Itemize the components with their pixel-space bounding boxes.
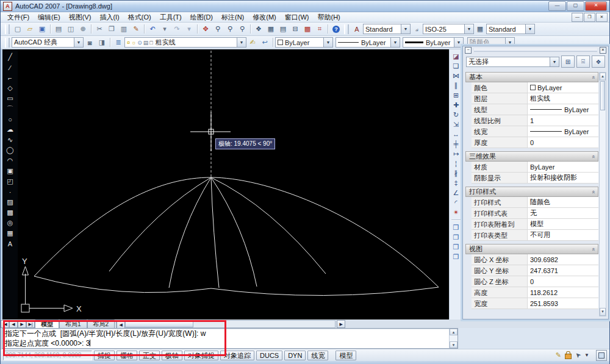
mdi-close-button[interactable]: ✕ xyxy=(596,13,608,22)
undo-dropdown-button[interactable]: ▾ xyxy=(159,23,171,35)
gradient-button[interactable]: ▩ xyxy=(4,207,16,218)
scale-button[interactable]: ⇲ xyxy=(450,120,462,129)
array-button[interactable]: ⊞ xyxy=(450,90,462,100)
redo-dropdown-button[interactable]: ▾ xyxy=(183,23,195,35)
trim-button[interactable]: ╪ xyxy=(450,139,462,149)
property-value[interactable]: 251.8593 xyxy=(528,298,598,309)
lineweight-combo[interactable]: ByLayer ▼ xyxy=(403,37,464,48)
make-block-button[interactable]: ◰ xyxy=(4,176,16,187)
layer-manager-button[interactable]: ≣ xyxy=(112,37,124,48)
construction-line-button[interactable]: ∕ xyxy=(4,62,16,73)
rectangle-button[interactable]: ▭ xyxy=(4,93,16,104)
stretch-button[interactable]: ↔ xyxy=(450,129,462,139)
collapse-chevron-icon[interactable]: « xyxy=(590,155,596,158)
select-objects-button[interactable]: ⍃ xyxy=(576,55,590,68)
text-style-combo[interactable]: Standard ▼ xyxy=(363,24,411,34)
polygon-button[interactable]: ◇ xyxy=(4,83,16,93)
properties-palette-button[interactable]: ❖ xyxy=(253,23,265,35)
menu-item[interactable]: 标注(N) xyxy=(217,12,248,23)
close-button[interactable]: ✕ xyxy=(585,1,607,11)
chevron-down-icon[interactable]: ▼ xyxy=(390,38,400,47)
layer-combo[interactable]: ¤☼⊙▤□ 粗实线 ▼ xyxy=(124,37,246,48)
lock-icon[interactable] xyxy=(565,354,572,359)
minimize-button[interactable]: — xyxy=(548,1,566,11)
chevron-down-icon[interactable]: ▼ xyxy=(525,24,534,34)
menu-item[interactable]: 窗口(W) xyxy=(281,12,314,23)
mirror-button[interactable]: ⋈ xyxy=(450,71,462,80)
property-value[interactable]: 247.6371 xyxy=(528,265,598,276)
layer-previous-button[interactable]: ↩ xyxy=(259,37,271,48)
chevron-down-icon[interactable]: ▼ xyxy=(550,57,559,66)
color-combo[interactable]: ByLayer ▼ xyxy=(275,37,333,48)
ellipse-button[interactable]: ◯ xyxy=(4,145,16,155)
plot-preview-button[interactable]: ◫ xyxy=(65,23,77,35)
toolbar-grip[interactable] xyxy=(5,24,10,34)
new-button[interactable]: ▢ xyxy=(12,23,24,35)
property-value[interactable]: ByLayer xyxy=(528,82,598,93)
plot-button[interactable]: ▤ xyxy=(52,23,65,35)
property-value[interactable]: 1 xyxy=(528,115,598,126)
ellipse-arc-button[interactable]: ◠ xyxy=(4,155,16,166)
rotate-button[interactable]: ↻ xyxy=(450,110,462,120)
line-button[interactable]: ╱ xyxy=(4,52,16,62)
open-button[interactable]: ▱ xyxy=(24,23,36,35)
menu-item[interactable]: 编辑(E) xyxy=(34,12,65,23)
menu-item[interactable]: 格式(O) xyxy=(124,12,156,23)
bring-to-front-button[interactable]: ❒ xyxy=(450,223,462,232)
fillet-button[interactable]: ◜ xyxy=(450,198,462,207)
scroll-up-icon[interactable]: ▲ xyxy=(450,329,458,335)
break-at-point-button[interactable]: ¦ xyxy=(450,159,462,168)
publish-button[interactable]: ⊕ xyxy=(77,23,89,35)
selection-combo[interactable]: 无选择 ▼ xyxy=(466,57,559,67)
menu-item[interactable]: 视图(V) xyxy=(65,12,96,23)
palette-section-header[interactable]: 视图« xyxy=(465,244,598,254)
collapse-chevron-icon[interactable]: « xyxy=(590,76,596,79)
cursor-arrow-icon[interactable]: ➤ xyxy=(573,351,583,360)
match-properties-button[interactable]: ✎ xyxy=(130,23,142,35)
mdi-minimize-button[interactable]: — xyxy=(572,13,583,22)
arc-button[interactable]: ⌒ xyxy=(4,104,16,114)
redo-button[interactable]: ↷ xyxy=(171,23,183,35)
property-value[interactable]: 模型 xyxy=(528,219,598,229)
toggle-pickadd-button[interactable]: ⊞ xyxy=(561,55,575,68)
chevron-down-icon[interactable]: ▼ xyxy=(323,38,332,47)
bring-above-objects-button[interactable]: ❒ xyxy=(450,242,462,252)
hatch-button[interactable]: ▨ xyxy=(4,197,16,207)
pan-button[interactable]: ✥ xyxy=(199,23,212,35)
toolbar-grip[interactable] xyxy=(344,24,349,34)
chamfer-button[interactable]: ∠ xyxy=(450,188,462,198)
chevron-down-icon[interactable]: ▼ xyxy=(454,38,463,47)
region-button[interactable]: ◎ xyxy=(4,218,16,228)
copy-button[interactable]: ❏ xyxy=(450,61,462,71)
palette-grip[interactable] xyxy=(474,49,597,52)
model-space-button[interactable]: 模型 xyxy=(336,351,356,360)
designcenter-button[interactable]: ▦ xyxy=(265,23,277,35)
property-value[interactable]: 118.2612 xyxy=(528,287,598,298)
palette-title-bar[interactable]: − ✕ xyxy=(463,46,608,54)
palette-scrollbar[interactable]: ▲ ▼ xyxy=(599,72,606,316)
menu-item[interactable]: 文件(F) xyxy=(3,12,34,23)
dim-style-icon[interactable]: ⟓ xyxy=(411,23,423,35)
property-value[interactable]: 309.6982 xyxy=(528,254,598,265)
chevron-down-icon[interactable]: ▼ xyxy=(237,38,246,47)
command-scrollbar[interactable]: ▲ ▼ xyxy=(449,329,458,348)
chevron-down-icon[interactable]: ▼ xyxy=(464,24,473,34)
toolbar-grip[interactable] xyxy=(5,38,10,48)
menu-item[interactable]: 修改(M) xyxy=(248,12,281,23)
copy-clip-button[interactable]: ❐ xyxy=(106,23,118,35)
send-to-back-button[interactable]: ❐ xyxy=(450,232,462,242)
linetype-combo[interactable]: ByLayer ▼ xyxy=(336,37,400,48)
palette-close-button[interactable]: ✕ xyxy=(600,47,606,54)
quickcalc-button[interactable]: ⌗ xyxy=(314,23,326,35)
help-button[interactable]: ? xyxy=(330,23,342,35)
mtext-button[interactable]: A xyxy=(4,238,16,249)
workspace-settings-button[interactable]: ◙ xyxy=(84,37,96,48)
collapse-chevron-icon[interactable]: « xyxy=(590,248,596,251)
tool-palettes-button[interactable]: ▤ xyxy=(277,23,289,35)
palette-minimize-button[interactable]: − xyxy=(465,47,472,54)
dim-style-combo[interactable]: ISO-25 ▼ xyxy=(423,24,474,34)
property-value[interactable]: 不可用 xyxy=(528,230,598,240)
collapse-chevron-icon[interactable]: « xyxy=(590,190,596,193)
chevron-down-icon[interactable]: ▼ xyxy=(74,38,83,47)
toggle-DUCS[interactable]: DUCS xyxy=(256,351,282,360)
